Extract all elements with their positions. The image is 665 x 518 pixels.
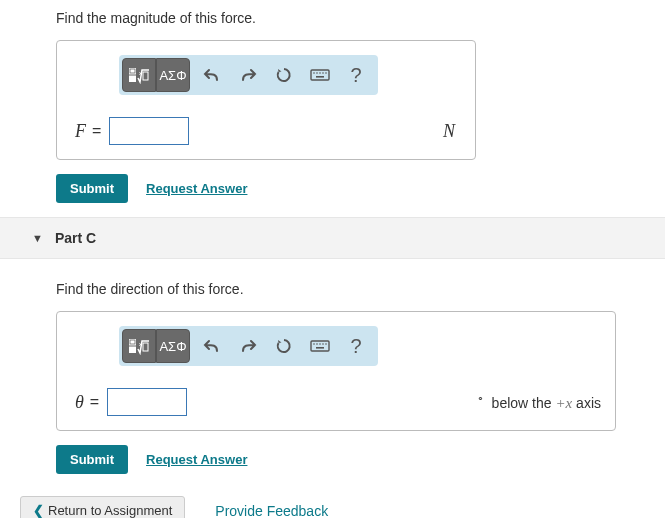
partc-submit-button[interactable]: Submit: [56, 445, 128, 474]
partb-input[interactable]: [109, 117, 189, 145]
templates-button[interactable]: x: [122, 329, 156, 363]
svg-point-18: [313, 343, 315, 345]
partc-unit-suffix: ∘ below the +x axis: [465, 392, 601, 412]
partb-question: Find the magnitude of this force.: [0, 0, 665, 40]
partb-submit-button[interactable]: Submit: [56, 174, 128, 203]
redo-icon: [239, 68, 257, 82]
suffix-var: +x: [555, 395, 572, 411]
undo-button[interactable]: [198, 61, 226, 89]
svg-point-19: [316, 343, 318, 345]
undo-button[interactable]: [198, 332, 226, 360]
partc-variable: θ: [71, 392, 90, 413]
suffix-post: axis: [572, 395, 601, 411]
toolbar-button-group: x ΑΣΦ: [122, 329, 190, 363]
reset-button[interactable]: [270, 332, 298, 360]
reset-button[interactable]: [270, 61, 298, 89]
keyboard-icon: [310, 69, 330, 81]
undo-icon: [203, 339, 221, 353]
undo-icon: [203, 68, 221, 82]
svg-point-8: [319, 72, 321, 74]
svg-rect-3: [143, 72, 148, 80]
keyboard-button[interactable]: [306, 61, 334, 89]
partb-toolbar: x ΑΣΦ ?: [119, 55, 378, 95]
help-button[interactable]: ?: [342, 332, 370, 360]
redo-icon: [239, 339, 257, 353]
partb-unit: N: [443, 121, 461, 142]
partc-request-answer-link[interactable]: Request Answer: [146, 452, 247, 467]
keyboard-button[interactable]: [306, 332, 334, 360]
greek-button[interactable]: ΑΣΦ: [156, 58, 190, 92]
svg-point-9: [322, 72, 324, 74]
degree-symbol-icon: ∘: [475, 392, 484, 404]
svg-point-7: [316, 72, 318, 74]
templates-button[interactable]: x: [122, 58, 156, 92]
svg-rect-23: [316, 347, 324, 349]
greek-button[interactable]: ΑΣΦ: [156, 329, 190, 363]
toolbar-button-group: x ΑΣΦ: [122, 58, 190, 92]
svg-text:x: x: [139, 70, 142, 76]
reset-icon: [276, 338, 292, 354]
partb-answer-box: x ΑΣΦ ? F = N: [56, 40, 476, 160]
suffix-prefix: below the: [492, 395, 556, 411]
svg-point-10: [325, 72, 327, 74]
collapse-triangle-icon: ▼: [32, 232, 43, 244]
partc-title: Part C: [55, 230, 96, 246]
svg-rect-11: [316, 76, 324, 78]
partb-actions: Submit Request Answer: [56, 174, 665, 203]
partc-question: Find the direction of this force.: [0, 271, 665, 311]
fraction-sqrt-icon: x: [128, 66, 150, 84]
partc-actions: Submit Request Answer: [56, 445, 665, 474]
svg-rect-17: [311, 341, 329, 351]
help-button[interactable]: ?: [342, 61, 370, 89]
partc-header[interactable]: ▼ Part C: [0, 217, 665, 259]
svg-point-21: [322, 343, 324, 345]
redo-button[interactable]: [234, 61, 262, 89]
partb-variable: F: [71, 121, 92, 142]
return-label: Return to Assignment: [48, 503, 172, 518]
return-button[interactable]: ❮ Return to Assignment: [20, 496, 185, 518]
svg-point-20: [319, 343, 321, 345]
partc-answer-row: θ = ∘ below the +x axis: [71, 388, 601, 416]
feedback-link[interactable]: Provide Feedback: [215, 503, 328, 519]
partb-answer-row: F = N: [71, 117, 461, 145]
reset-icon: [276, 67, 292, 83]
svg-point-6: [313, 72, 315, 74]
keyboard-icon: [310, 340, 330, 352]
partc-input[interactable]: [107, 388, 187, 416]
partb-request-answer-link[interactable]: Request Answer: [146, 181, 247, 196]
equals-sign: =: [90, 393, 107, 411]
fraction-sqrt-icon: x: [128, 337, 150, 355]
footer: ❮ Return to Assignment Provide Feedback: [20, 496, 665, 518]
svg-rect-5: [311, 70, 329, 80]
partc-toolbar: x ΑΣΦ ?: [119, 326, 378, 366]
svg-point-22: [325, 343, 327, 345]
svg-rect-15: [143, 343, 148, 351]
svg-text:x: x: [139, 341, 142, 347]
chevron-left-icon: ❮: [33, 503, 44, 518]
partc-answer-box: x ΑΣΦ ? θ = ∘ below the +x axis: [56, 311, 616, 431]
redo-button[interactable]: [234, 332, 262, 360]
equals-sign: =: [92, 122, 109, 140]
